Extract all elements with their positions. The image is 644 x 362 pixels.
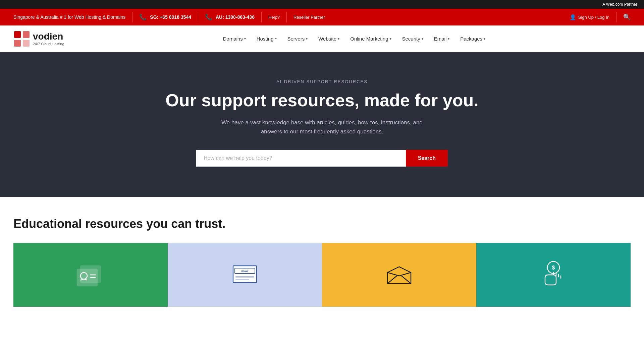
- chevron-down-icon: ▾: [244, 37, 246, 41]
- signin-text[interactable]: Sign Up / Log In: [578, 15, 609, 20]
- nav-online-marketing[interactable]: Online Marketing ▾: [345, 33, 396, 44]
- search-bar: Search: [196, 150, 448, 167]
- edu-card-email[interactable]: [322, 243, 476, 307]
- search-button[interactable]: Search: [406, 150, 448, 167]
- chevron-down-icon: ▾: [390, 37, 391, 41]
- nav-domains[interactable]: Domains ▾: [218, 33, 250, 44]
- svg-rect-2: [14, 40, 21, 47]
- logo-tagline: 24/7 Cloud Hosting: [33, 42, 64, 46]
- phone-icon-au: 📞: [205, 13, 212, 21]
- svg-rect-13: [235, 279, 249, 280]
- chevron-down-icon: ▾: [448, 37, 449, 41]
- svg-text:www: www: [241, 269, 249, 273]
- id-card-icon: [74, 257, 107, 292]
- chevron-down-icon: ▾: [484, 37, 485, 41]
- au-phone-section[interactable]: 📞 AU: 1300-863-436: [205, 13, 255, 21]
- hero-title: Our support resources, made for you.: [13, 91, 631, 110]
- nav-servers[interactable]: Servers ▾: [283, 33, 313, 44]
- sg-phone-text: SG: +65 6018 3544: [150, 14, 191, 20]
- red-bar: Singapore & Australia # 1 for Web Hostin…: [0, 9, 644, 25]
- top-banner-text: A Web.com Partner: [602, 2, 637, 7]
- nav-email[interactable]: Email ▾: [429, 33, 454, 44]
- edu-card-website[interactable]: www: [168, 243, 322, 307]
- logo[interactable]: vodien 24/7 Cloud Hosting: [13, 31, 64, 47]
- main-nav: Domains ▾ Hosting ▾ Servers ▾ Website ▾ …: [78, 33, 631, 44]
- signin-section[interactable]: 👤 Sign Up / Log In: [570, 14, 609, 20]
- svg-rect-12: [235, 276, 254, 278]
- promo-section: Singapore & Australia # 1 for Web Hostin…: [13, 14, 125, 20]
- search-icon-top[interactable]: 🔍: [623, 13, 631, 21]
- svg-text:$: $: [552, 265, 555, 270]
- hero-description: We have a vast knowledge base with artic…: [221, 118, 423, 136]
- nav-security[interactable]: Security ▾: [397, 33, 428, 44]
- top-banner: A Web.com Partner: [0, 0, 644, 9]
- edu-card-marketing[interactable]: $: [476, 243, 631, 307]
- svg-rect-3: [23, 40, 30, 47]
- chevron-down-icon: ▾: [306, 37, 308, 41]
- header: vodien 24/7 Cloud Hosting Domains ▾ Host…: [0, 25, 644, 52]
- user-icon: 👤: [570, 14, 576, 20]
- chevron-down-icon: ▾: [422, 37, 423, 41]
- svg-rect-0: [14, 31, 21, 38]
- promo-text: Singapore & Australia # 1 for Web Hostin…: [13, 14, 125, 20]
- edu-card-domains[interactable]: [13, 243, 168, 307]
- hero-label: AI-DRIVEN SUPPORT RESOURCES: [13, 79, 631, 84]
- chevron-down-icon: ▾: [338, 37, 339, 41]
- svg-rect-1: [23, 31, 30, 38]
- sg-phone-section[interactable]: 📞 SG: +65 6018 3544: [139, 13, 191, 21]
- nav-website[interactable]: Website ▾: [314, 33, 344, 44]
- logo-text: vodien 24/7 Cloud Hosting: [33, 32, 64, 46]
- educational-section: Educational resources you can trust.: [0, 197, 644, 320]
- logo-svg: [13, 31, 30, 47]
- educational-title: Educational resources you can trust.: [13, 217, 631, 231]
- email-open-icon: [382, 257, 416, 292]
- help-link[interactable]: Help?: [268, 15, 280, 20]
- au-phone-text: AU: 1300-863-436: [216, 14, 255, 20]
- chevron-down-icon: ▾: [275, 37, 277, 41]
- logo-name: vodien: [33, 32, 64, 41]
- nav-packages[interactable]: Packages ▾: [455, 33, 490, 44]
- edu-cards-grid: www: [13, 243, 631, 307]
- phone-icon-sg: 📞: [139, 13, 147, 21]
- hero-section: AI-DRIVEN SUPPORT RESOURCES Our support …: [0, 52, 644, 197]
- search-input[interactable]: [196, 150, 406, 167]
- reseller-link[interactable]: Reseller Partner: [293, 15, 325, 20]
- hand-coin-icon: $: [537, 257, 570, 292]
- www-browser-icon: www: [228, 257, 262, 292]
- nav-hosting[interactable]: Hosting ▾: [252, 33, 281, 44]
